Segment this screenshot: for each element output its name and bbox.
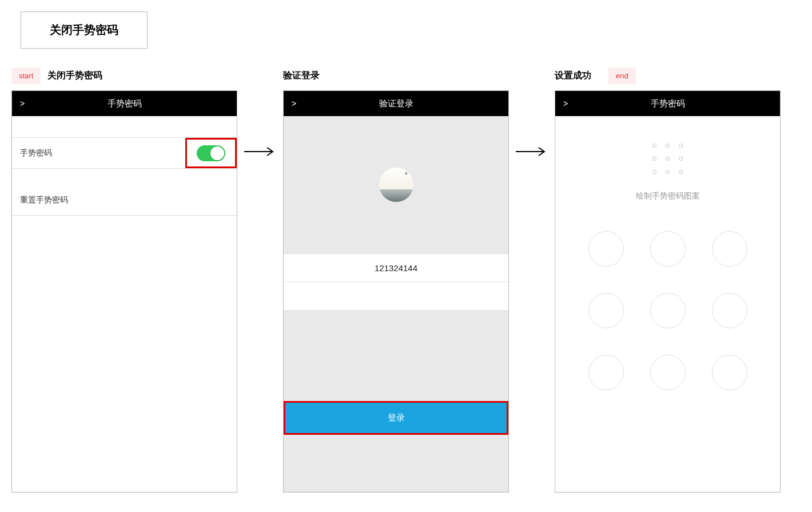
login-highlight: 登录 (284, 401, 508, 435)
phone3-header-title: 手势密码 (555, 98, 780, 109)
end-badge: end (608, 68, 636, 84)
account-value: 121324144 (375, 263, 417, 273)
screen-col-3: 设置成功 end > 手势密码 绘制手势密码图案 (555, 66, 781, 493)
phone2-header-title: 验证登录 (284, 98, 508, 109)
mini-pattern-preview (648, 139, 687, 178)
draw-hint: 绘制手势密码图案 (636, 191, 700, 201)
screen-col-1: start 关闭手势密码 > 手势密码 手势密码 重置手势密码 (11, 66, 237, 493)
phone3-header: > 手势密码 (555, 91, 780, 116)
pattern-dot[interactable] (588, 355, 624, 390)
screen-col-2: 验证登录 > 验证登录 121324144 (283, 66, 509, 493)
col3-title: 设置成功 (555, 70, 591, 82)
phone1-header-title: 手势密码 (12, 98, 237, 109)
blank-row (12, 116, 237, 138)
pattern-dot[interactable] (588, 231, 624, 267)
phone-2: > 验证登录 121324144 登录 (283, 90, 509, 493)
toggle-highlight (185, 138, 237, 168)
pattern-dot[interactable] (650, 355, 686, 390)
avatar-area (284, 116, 508, 253)
phone1-header: > 手势密码 (12, 91, 237, 116)
login-button[interactable]: 登录 (285, 403, 507, 433)
reset-row-label: 重置手势密码 (20, 195, 68, 205)
back-icon[interactable]: > (563, 99, 568, 108)
pattern-dot[interactable] (650, 293, 686, 328)
account-input[interactable]: 121324144 (284, 253, 508, 282)
arrow-right-icon (243, 146, 277, 157)
start-badge: start (11, 68, 41, 84)
phone-1: > 手势密码 手势密码 重置手势密码 (11, 90, 237, 493)
pattern-dot[interactable] (588, 293, 624, 328)
phone2-body: 121324144 登录 (284, 116, 508, 492)
password-input[interactable] (284, 282, 508, 311)
gesture-toggle[interactable] (197, 145, 225, 161)
reset-row[interactable]: 重置手势密码 (12, 185, 237, 216)
main-title-box: 关闭手势密码 (21, 11, 148, 49)
toggle-row-label: 手势密码 (20, 148, 52, 158)
arrow-2 (509, 66, 555, 157)
col2-title: 验证登录 (283, 70, 320, 82)
arrow-1 (237, 66, 283, 157)
main-title: 关闭手势密码 (50, 23, 118, 36)
col1-title: 关闭手势密码 (47, 70, 102, 82)
pattern-dot[interactable] (712, 231, 747, 267)
pattern-dot[interactable] (712, 355, 747, 390)
arrow-right-icon (515, 146, 549, 157)
login-button-label: 登录 (388, 412, 405, 422)
toggle-row[interactable]: 手势密码 (12, 138, 237, 169)
pattern-grid[interactable] (580, 223, 755, 398)
pattern-dot[interactable] (650, 231, 686, 267)
row-gap (12, 169, 237, 185)
phone3-body: 绘制手势密码图案 (555, 116, 780, 492)
pattern-dot[interactable] (712, 293, 747, 328)
phone-3: > 手势密码 绘制手势密码图案 (555, 90, 781, 493)
back-icon[interactable]: > (20, 99, 25, 108)
phone2-header: > 验证登录 (284, 91, 508, 116)
avatar (379, 168, 413, 202)
back-icon[interactable]: > (292, 99, 296, 108)
